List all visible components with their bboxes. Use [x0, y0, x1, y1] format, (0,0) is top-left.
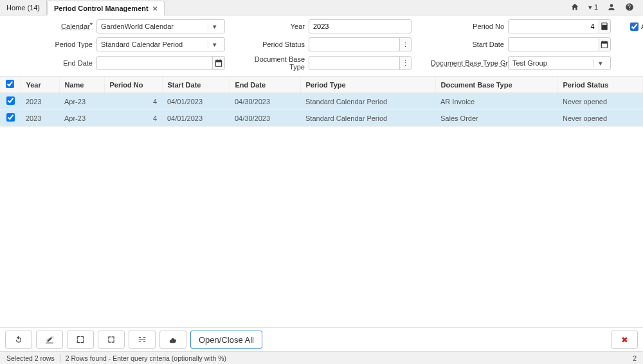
select-all-button[interactable] — [98, 331, 125, 349]
label-start-date: Start Date — [431, 41, 508, 48]
tab-home[interactable]: Home (14) — [0, 0, 47, 15]
col-end-date[interactable]: End Date — [230, 77, 300, 93]
row-checkbox[interactable] — [6, 96, 15, 105]
more-vertical-icon[interactable]: ⋮ — [399, 56, 412, 70]
calendar-icon[interactable] — [599, 37, 611, 51]
home-icon[interactable] — [570, 3, 579, 13]
cell-name: Apr-23 — [59, 110, 104, 127]
period-type-select[interactable]: Standard Calendar Period ▾ — [96, 37, 225, 51]
more-vertical-icon[interactable]: ⋮ — [399, 37, 412, 51]
cell-year: 2023 — [21, 110, 59, 127]
cell-start-date: 04/01/2023 — [162, 93, 230, 110]
select-all-checkbox[interactable] — [6, 80, 14, 88]
status-selected: Selected 2 rows — [6, 354, 60, 362]
col-doc-base-type[interactable]: Document Base Type — [435, 77, 557, 93]
cell-end-date: 04/30/2023 — [230, 110, 300, 127]
close-icon[interactable]: ✕ — [152, 5, 158, 12]
end-date-input[interactable] — [96, 56, 213, 70]
label-period-status: Period Status — [244, 41, 309, 48]
chevron-down-icon: ▾ — [208, 23, 221, 31]
period-status-input[interactable] — [309, 37, 400, 51]
cell-period-type: Standard Calendar Period — [300, 110, 435, 127]
chevron-down-icon: ▾ — [593, 59, 606, 68]
cancel-button[interactable]: ✖ — [611, 331, 638, 349]
results-table-wrap: Year Name Period No Start Date End Date … — [0, 76, 643, 327]
cell-period-type: Standard Calendar Period — [300, 93, 435, 110]
period-type-value: Standard Calendar Period — [101, 41, 183, 48]
doc-base-type-input[interactable] — [309, 56, 400, 70]
top-bar: Home (14) Period Control Management ✕ ▾ … — [0, 0, 643, 15]
export-button[interactable] — [159, 331, 186, 349]
cell-name: Apr-23 — [59, 93, 104, 110]
chevron-down-icon: ▾ — [208, 41, 221, 49]
status-right: 2 — [633, 354, 637, 362]
results-table: Year Name Period No Start Date End Date … — [0, 77, 643, 127]
notifications-dropdown[interactable]: ▾ 1 — [588, 3, 598, 12]
period-status-field: ⋮ — [309, 37, 412, 51]
tab-home-label: Home (14) — [6, 4, 40, 12]
status-bar: Selected 2 rows 2 Rows found - Enter que… — [0, 351, 643, 364]
filter-form: Calendar GardenWorld Calendar ▾ Year Per… — [0, 15, 643, 73]
bottom-toolbar: Open/Close All ✖ — [0, 327, 643, 351]
col-year[interactable]: Year — [21, 77, 59, 93]
zoom-button[interactable] — [67, 331, 94, 349]
tab-strip: Home (14) Period Control Management ✕ — [0, 0, 570, 15]
year-input[interactable] — [309, 19, 412, 33]
start-date-input[interactable] — [508, 37, 599, 51]
cell-period-status: Never opened — [557, 93, 643, 110]
open-close-all-button[interactable]: Open/Close All — [190, 331, 262, 349]
label-period-type: Period Type — [6, 41, 96, 48]
deselect-all-button[interactable] — [129, 331, 156, 349]
help-icon[interactable] — [625, 3, 634, 13]
label-year: Year — [244, 23, 309, 30]
cell-doc-base-type: AR Invoice — [435, 93, 557, 110]
label-calendar: Calendar — [6, 23, 96, 30]
doc-base-type-group-value: Test Group — [512, 59, 547, 67]
all-any-input[interactable] — [630, 23, 638, 31]
calendar-icon[interactable] — [212, 56, 225, 70]
user-icon[interactable] — [607, 3, 616, 13]
all-any-checkbox[interactable]: All / Any — [630, 23, 643, 31]
cell-period-no: 4 — [104, 93, 162, 110]
refresh-button[interactable] — [5, 331, 32, 349]
label-period-no: Period No — [431, 23, 508, 30]
cell-end-date: 04/30/2023 — [230, 93, 300, 110]
period-no-input[interactable] — [508, 19, 599, 33]
col-name[interactable]: Name — [59, 77, 104, 93]
open-close-all-label: Open/Close All — [199, 335, 254, 345]
topbar-actions: ▾ 1 — [570, 3, 638, 13]
end-date-field — [96, 56, 225, 70]
doc-base-type-group-select[interactable]: Test Group ▾ — [508, 56, 611, 70]
cell-period-status: Never opened — [557, 110, 643, 127]
tab-period-control[interactable]: Period Control Management ✕ — [47, 1, 165, 15]
cell-year: 2023 — [21, 93, 59, 110]
col-period-type[interactable]: Period Type — [300, 77, 435, 93]
calculator-icon[interactable] — [599, 19, 611, 33]
label-end-date: End Date — [6, 59, 96, 67]
table-row[interactable]: 2023 Apr-23 4 04/01/2023 04/30/2023 Stan… — [0, 110, 643, 127]
status-found: 2 Rows found - Enter query criteria (opt… — [66, 354, 226, 362]
cell-start-date: 04/01/2023 — [162, 110, 230, 127]
doc-base-type-field: ⋮ — [309, 56, 412, 70]
start-date-field — [508, 37, 611, 51]
calendar-select[interactable]: GardenWorld Calendar ▾ — [96, 19, 225, 33]
col-period-no[interactable]: Period No — [104, 77, 162, 93]
cell-period-no: 4 — [104, 110, 162, 127]
row-checkbox[interactable] — [6, 113, 15, 122]
label-doc-base-type: Document Base Type — [244, 55, 309, 71]
col-start-date[interactable]: Start Date — [162, 77, 230, 93]
label-doc-base-type-group: Document Base Type Group — [431, 59, 508, 67]
period-no-field — [508, 19, 611, 33]
calendar-value: GardenWorld Calendar — [101, 23, 174, 30]
tab-period-control-label: Period Control Management — [54, 5, 149, 12]
col-period-status[interactable]: Period Status — [557, 77, 643, 93]
clear-button[interactable] — [36, 331, 63, 349]
badge-count: 1 — [594, 3, 598, 11]
cell-doc-base-type: Sales Order — [435, 110, 557, 127]
table-row[interactable]: 2023 Apr-23 4 04/01/2023 04/30/2023 Stan… — [0, 93, 643, 110]
